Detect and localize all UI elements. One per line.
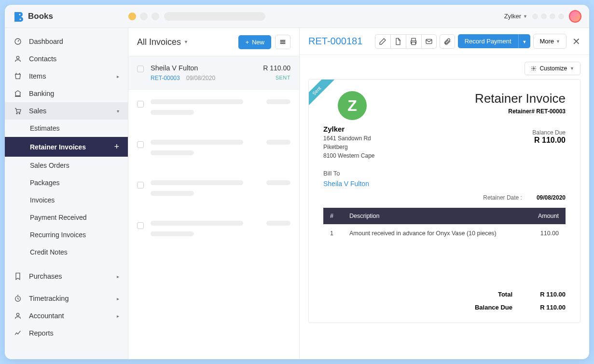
detail-header: RET-000181 Record Payment ▼ <box>300 28 589 55</box>
nav-packages[interactable]: Packages <box>5 174 128 191</box>
total-label: Total <box>464 291 512 298</box>
nav-label: Accountant <box>29 312 64 320</box>
nav-retainer-invoices[interactable]: Retainer Invoices + <box>5 137 128 157</box>
balance-due-label: Balance Due <box>464 304 512 311</box>
nav-estimates[interactable]: Estimates <box>5 120 128 137</box>
balance-due-amount: R 110.00 <box>475 136 566 145</box>
app-logo: Books <box>13 11 128 22</box>
chevron-right-icon: ▸ <box>117 296 119 301</box>
nav-contacts[interactable]: Contacts <box>5 50 128 67</box>
invoice-list-pane: All Invoices ▼ + New <box>128 28 300 359</box>
balance-due-label: Balance Due <box>475 129 566 136</box>
print-button[interactable] <box>406 34 421 49</box>
record-payment-dropdown[interactable]: ▼ <box>518 34 531 48</box>
nav-sales-orders[interactable]: Sales Orders <box>5 157 128 174</box>
clock-icon <box>14 295 22 302</box>
pdf-icon <box>394 38 402 45</box>
reports-icon <box>14 329 22 337</box>
row-checkbox[interactable] <box>137 66 144 72</box>
chevron-right-icon: ▸ <box>117 274 119 279</box>
col-number: # <box>323 208 343 224</box>
edit-button[interactable] <box>375 34 390 49</box>
plus-icon[interactable]: + <box>114 142 119 152</box>
nav-credit-notes[interactable]: Credit Notes <box>5 243 128 261</box>
nav-label: Items <box>29 72 46 80</box>
email-button[interactable] <box>421 34 437 49</box>
org-name: Zylker <box>504 13 521 20</box>
retainer-date-value: 09/08/2020 <box>537 194 566 201</box>
totals-block: Total R 110.00 Balance Due R 110.00 <box>323 291 566 311</box>
list-item-placeholder <box>128 211 299 252</box>
nav-reports[interactable]: Reports <box>5 324 128 342</box>
titlebar: Books Zylker ▼ <box>5 5 589 28</box>
list-item[interactable]: Sheila V Fulton R 110.00 RET-00003 09/08… <box>128 56 299 90</box>
books-logo-icon <box>13 11 24 22</box>
user-avatar[interactable] <box>569 10 581 23</box>
bill-to-name[interactable]: Sheila V Fulton <box>323 180 566 188</box>
more-button[interactable]: More ▼ <box>533 34 566 49</box>
document-number: Retainer# RET-00003 <box>475 108 566 115</box>
nav-accountant[interactable]: Accountant ▸ <box>5 307 128 324</box>
dashboard-icon <box>14 38 22 45</box>
company-name: Zylker <box>323 125 375 133</box>
svg-point-7 <box>16 313 19 316</box>
list-item-placeholder <box>128 171 299 211</box>
nav-payment-received[interactable]: Payment Received <box>5 209 128 226</box>
nav-invoices[interactable]: Invoices <box>5 191 128 209</box>
nav-label: Purchases <box>29 272 62 280</box>
customize-button[interactable]: Customize ▼ <box>525 62 580 75</box>
list-item-placeholder <box>128 90 299 130</box>
retainer-date-label: Retainer Date : <box>483 194 522 201</box>
nav-sales[interactable]: Sales ▾ <box>5 102 128 120</box>
list-title-dropdown[interactable]: All Invoices ▼ <box>137 37 188 47</box>
document-title: Retainer Invoice <box>475 91 566 106</box>
new-button-label: New <box>252 39 264 46</box>
nav-items[interactable]: Items ▸ <box>5 67 128 85</box>
caret-down-icon: ▼ <box>184 40 188 44</box>
line-items-table: # Description Amount 1 Amount received i… <box>323 208 566 243</box>
url-bar-placeholder <box>164 12 265 21</box>
balance-due-value: R 110.00 <box>532 304 566 311</box>
table-row: 1 Amount received in advance for Onyx Va… <box>323 224 566 243</box>
chevron-right-icon: ▸ <box>117 74 119 79</box>
app-name: Books <box>28 12 53 21</box>
nav-timetracking[interactable]: Timetracking ▸ <box>5 290 128 307</box>
detail-title: RET-000181 <box>308 36 362 47</box>
nav-recurring-invoices[interactable]: Recurring Invoices <box>5 226 128 243</box>
svg-point-9 <box>533 68 535 69</box>
nav-dashboard[interactable]: Dashboard <box>5 33 128 50</box>
record-payment-button[interactable]: Record Payment <box>458 34 518 48</box>
pencil-icon <box>379 38 387 45</box>
svg-point-4 <box>16 113 17 114</box>
chevron-right-icon: ▸ <box>117 313 119 319</box>
svg-point-5 <box>19 113 20 114</box>
nav-label: Banking <box>29 90 54 97</box>
nav-purchases[interactable]: Purchases ▸ <box>5 268 128 285</box>
line-number: 1 <box>323 224 343 243</box>
line-amount: 110.00 <box>522 224 566 243</box>
org-selector[interactable]: Zylker ▼ <box>504 13 527 20</box>
nav-label: Reports <box>29 329 54 337</box>
printer-icon <box>410 38 417 45</box>
nav-label: Sales <box>29 107 46 115</box>
nav-banking[interactable]: Banking <box>5 85 128 102</box>
invoice-detail-pane: RET-000181 Record Payment ▼ <box>300 28 589 359</box>
line-description: Amount received in advance for Onyx Vase… <box>343 224 522 243</box>
close-button[interactable]: ✕ <box>572 36 580 47</box>
caret-down-icon: ▼ <box>556 39 560 44</box>
new-button[interactable]: + New <box>238 35 271 49</box>
attach-button[interactable] <box>440 34 455 49</box>
svg-point-3 <box>16 56 19 59</box>
invoice-date: 09/08/2020 <box>186 75 215 81</box>
pdf-button[interactable] <box>390 34 406 49</box>
company-logo: Z <box>338 91 367 120</box>
bill-to-label: Bill To <box>323 170 566 177</box>
invoice-document: Sent Z Zylker 1641 Sandown Rd Piketberg … <box>308 79 580 323</box>
sales-icon <box>14 107 22 115</box>
col-description: Description <box>343 208 522 224</box>
list-menu-button[interactable] <box>275 35 290 49</box>
invoice-status: SENT <box>276 75 290 81</box>
paperclip-icon <box>443 38 451 45</box>
nav-label: Dashboard <box>29 38 63 45</box>
accountant-icon <box>14 312 22 320</box>
